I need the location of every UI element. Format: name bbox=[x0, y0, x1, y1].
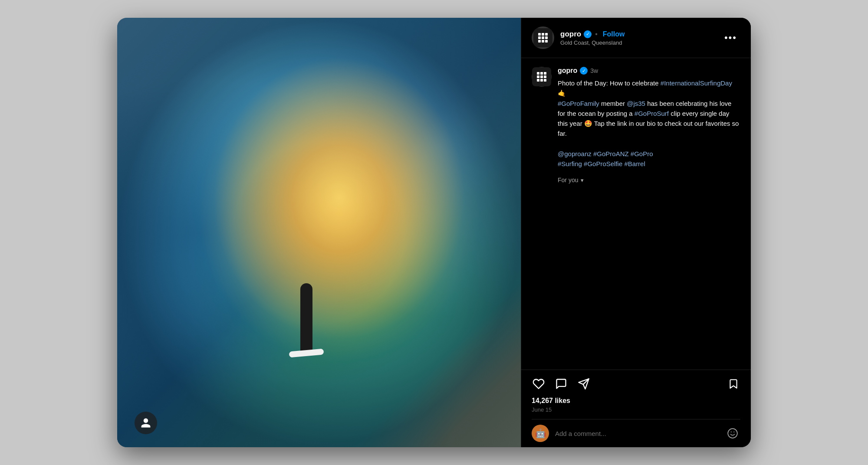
hashtag-gopro[interactable]: #GoPro bbox=[631, 150, 653, 157]
follow-button[interactable]: Follow bbox=[603, 30, 625, 38]
header-info: gopro ✓ • Follow Gold Coast, Queensland bbox=[560, 30, 721, 46]
surfer-body bbox=[300, 283, 312, 353]
comment-input[interactable] bbox=[555, 430, 719, 437]
action-icons-left bbox=[532, 377, 591, 391]
hashtag-surfing-day[interactable]: #InternationalSurfingDay bbox=[661, 79, 732, 87]
for-you-label: For you bbox=[558, 177, 578, 183]
post-header: gopro ✓ • Follow Gold Coast, Queensland … bbox=[521, 18, 751, 58]
user-icon bbox=[140, 417, 151, 429]
caption-meta: gopro ✓ 3w bbox=[558, 67, 740, 75]
wave-tunnel bbox=[117, 18, 521, 447]
caption-avatar[interactable] bbox=[532, 67, 552, 87]
hashtag-gopro-surf[interactable]: #GoProSurf bbox=[635, 110, 669, 117]
hashtag-gopro-family[interactable]: #GoProFamily bbox=[558, 100, 599, 107]
share-button[interactable] bbox=[577, 377, 591, 391]
caption-text: Photo of the Day: How to celebrate #Inte… bbox=[558, 78, 740, 169]
heart-icon bbox=[533, 378, 545, 390]
bookmark-icon bbox=[728, 378, 739, 390]
commenter-avatar: 🤖 bbox=[532, 425, 549, 442]
hashtag-barrel[interactable]: #Barrel bbox=[624, 160, 645, 167]
separator: • bbox=[595, 30, 598, 38]
share-icon bbox=[578, 378, 590, 390]
chevron-down-icon: ▾ bbox=[581, 177, 584, 183]
caption-time: 3w bbox=[590, 67, 598, 74]
caption-gopro-logo bbox=[532, 67, 551, 86]
post-content: gopro ✓ 3w Photo of the Day: How to cele… bbox=[521, 58, 751, 370]
for-you-row[interactable]: For you ▾ bbox=[558, 177, 740, 183]
header-location: Gold Coast, Queensland bbox=[560, 39, 721, 46]
caption-section: gopro ✓ 3w Photo of the Day: How to cele… bbox=[532, 67, 740, 183]
more-options-button[interactable]: ••• bbox=[721, 30, 740, 45]
action-icons-row bbox=[532, 377, 740, 391]
verified-badge: ✓ bbox=[584, 30, 592, 38]
hashtag-goproanz[interactable]: #GoProANZ bbox=[593, 150, 629, 157]
action-bar: 14,267 likes June 15 🤖 bbox=[521, 370, 751, 447]
header-username-row: gopro ✓ • Follow bbox=[560, 30, 721, 39]
bookmark-button[interactable] bbox=[727, 377, 740, 391]
emoji1: 🤙 bbox=[558, 89, 566, 97]
like-button[interactable] bbox=[532, 377, 546, 391]
likes-count: 14,267 likes bbox=[532, 397, 740, 405]
hashtag-surfing[interactable]: #Surfing bbox=[558, 160, 582, 167]
post-image bbox=[117, 18, 521, 447]
comment-input-row: 🤖 bbox=[532, 419, 740, 442]
user-profile-button[interactable] bbox=[135, 412, 157, 434]
gopro-logo bbox=[533, 28, 552, 47]
device-frame: gopro ✓ • Follow Gold Coast, Queensland … bbox=[117, 18, 751, 447]
post-info-panel: gopro ✓ • Follow Gold Coast, Queensland … bbox=[521, 18, 751, 447]
caption-body: gopro ✓ 3w Photo of the Day: How to cele… bbox=[558, 67, 740, 183]
caption-verified: ✓ bbox=[580, 67, 588, 75]
post-date: June 15 bbox=[532, 406, 740, 413]
caption-line1: Photo of the Day: How to celebrate bbox=[558, 79, 661, 87]
comment-icon bbox=[555, 378, 567, 390]
emoji-button[interactable] bbox=[725, 426, 740, 441]
mention-goproanz[interactable]: @goproanz bbox=[558, 150, 592, 157]
svg-point-2 bbox=[728, 429, 737, 438]
header-username[interactable]: gopro bbox=[560, 30, 581, 39]
caption-tags: @goproanz #GoProANZ #GoPro #Surfing #GoP… bbox=[558, 150, 653, 167]
emoji-icon bbox=[727, 428, 738, 439]
caption-member: member bbox=[601, 100, 627, 107]
header-avatar[interactable] bbox=[532, 26, 554, 49]
surfer-silhouette bbox=[287, 249, 326, 353]
mention-js35[interactable]: @js35 bbox=[627, 100, 645, 107]
comment-button[interactable] bbox=[554, 377, 568, 391]
hashtag-goproselfie[interactable]: #GoProSelfie bbox=[584, 160, 622, 167]
caption-username[interactable]: gopro bbox=[558, 67, 577, 75]
